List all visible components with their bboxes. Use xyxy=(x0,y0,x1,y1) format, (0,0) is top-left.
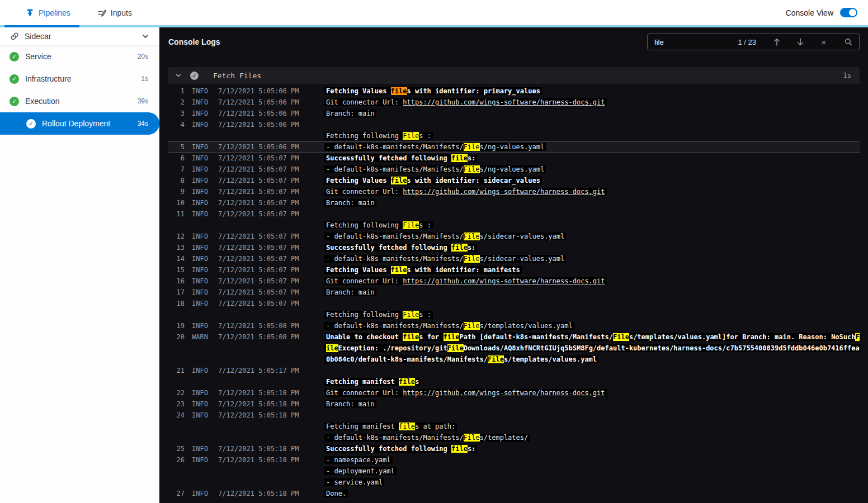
chevron-down-icon xyxy=(141,32,149,40)
log-line[interactable]: 7INFO7/12/2021 5:05:07 PM- default-k8s-m… xyxy=(168,164,860,175)
success-check-icon: ✓ xyxy=(10,97,19,106)
clear-search-icon[interactable]: × xyxy=(812,37,836,47)
log-level: INFO xyxy=(192,208,212,220)
log-line-number: 3 xyxy=(168,108,185,119)
log-message: Fetching following Files : xyxy=(326,208,860,231)
log-section-header[interactable]: ✓ Fetch Files 1s xyxy=(168,67,860,84)
search-input[interactable]: file xyxy=(654,38,738,46)
log-timestamp: 7/12/2021 5:05:07 PM xyxy=(218,253,299,264)
log-line-number: 1 xyxy=(168,86,185,97)
log-line[interactable]: 25INFO7/12/2021 5:05:18 PMSuccessfully f… xyxy=(168,443,860,454)
log-line[interactable]: 11INFO7/12/2021 5:05:07 PMFetching follo… xyxy=(168,208,860,231)
log-line[interactable]: 2INFO7/12/2021 5:05:06 PMGit connector U… xyxy=(168,97,860,108)
log-message: Git connector Url: https://github.com/wi… xyxy=(326,387,860,398)
log-line-number: 27 xyxy=(168,488,185,499)
success-check-icon: ✓ xyxy=(26,119,36,129)
log-timestamp: 7/12/2021 5:05:07 PM xyxy=(218,153,299,164)
log-line[interactable]: 15INFO7/12/2021 5:05:07 PMFetching Value… xyxy=(168,264,860,276)
log-timestamp: 7/12/2021 5:05:06 PM xyxy=(218,97,299,108)
sidebar-header[interactable]: Sidecar xyxy=(0,27,159,45)
log-timestamp: 7/12/2021 5:05:18 PM xyxy=(218,410,299,421)
log-timestamp: 7/12/2021 5:05:17 PM xyxy=(218,365,299,376)
log-line[interactable]: 10INFO7/12/2021 5:05:07 PMBranch: main xyxy=(168,197,860,208)
log-line[interactable]: 19INFO7/12/2021 5:05:08 PM- default-k8s-… xyxy=(168,320,860,331)
log-timestamp: 7/12/2021 5:05:07 PM xyxy=(218,287,299,298)
log-line[interactable]: 1INFO7/12/2021 5:05:06 PMFetching Values… xyxy=(168,86,860,97)
log-rows: 1INFO7/12/2021 5:05:06 PMFetching Values… xyxy=(168,84,860,499)
sidebar-item-execution[interactable]: ✓Execution39s xyxy=(0,90,159,112)
log-timestamp: 7/12/2021 5:05:08 PM xyxy=(218,331,299,343)
log-line-number: 14 xyxy=(168,253,185,264)
log-line[interactable]: 21INFO7/12/2021 5:05:17 PMFetching manif… xyxy=(168,365,860,387)
console-title: Console Logs xyxy=(168,34,647,50)
previous-match-icon[interactable] xyxy=(765,36,789,48)
console-header: Console Logs file 1 / 23 × xyxy=(159,27,868,67)
log-line[interactable]: 8INFO7/12/2021 5:05:07 PMFetching Values… xyxy=(168,175,860,186)
log-level: INFO xyxy=(192,264,212,276)
log-message: - namespace.yaml- deployment.yaml- servi… xyxy=(326,454,860,488)
step-duration: 39s xyxy=(138,97,148,105)
log-line[interactable]: 18INFO7/12/2021 5:05:07 PMFetching follo… xyxy=(168,298,860,320)
search-match: file xyxy=(399,378,415,386)
log-line-number: 26 xyxy=(168,454,185,466)
sidebar: Sidecar ✓Service20s✓Infrastructure1s✓Exe… xyxy=(0,27,159,503)
log-timestamp: 7/12/2021 5:05:07 PM xyxy=(218,175,299,186)
log-line[interactable]: 24INFO7/12/2021 5:05:18 PMFetching manif… xyxy=(168,410,860,443)
log-line[interactable]: 6INFO7/12/2021 5:05:07 PMSuccessfully fe… xyxy=(168,153,860,164)
tab-inputs[interactable]: Inputs xyxy=(97,8,132,17)
log-line[interactable]: 27INFO7/12/2021 5:05:18 PMDone. xyxy=(168,488,860,499)
log-level: INFO xyxy=(192,141,212,153)
log-level: INFO xyxy=(192,287,212,298)
log-line[interactable]: 13INFO7/12/2021 5:05:07 PMSuccessfully f… xyxy=(168,242,860,253)
log-line-number: 12 xyxy=(168,231,185,242)
log-line-number: 19 xyxy=(168,320,185,331)
sidebar-item-infrastructure[interactable]: ✓Infrastructure1s xyxy=(0,68,159,90)
collapse-chevron-icon[interactable] xyxy=(175,72,182,79)
log-line[interactable]: 9INFO7/12/2021 5:05:07 PMGit connector U… xyxy=(168,186,860,197)
log-line[interactable]: 3INFO7/12/2021 5:05:06 PMBranch: main xyxy=(168,108,860,119)
log-link[interactable]: https://github.com/wings-software/harnes… xyxy=(403,98,605,106)
log-timestamp: 7/12/2021 5:05:06 PM xyxy=(218,119,299,130)
log-line[interactable]: 12INFO7/12/2021 5:05:07 PM- default-k8s-… xyxy=(168,231,860,242)
log-line[interactable]: 22INFO7/12/2021 5:05:18 PMGit connector … xyxy=(168,387,860,398)
log-line-number: 5 xyxy=(168,141,185,153)
search-match: file xyxy=(444,333,460,341)
log-line[interactable]: 20WARN7/12/2021 5:05:08 PMUnable to chec… xyxy=(168,331,860,365)
log-message: Fetching Values files with identifier: m… xyxy=(326,264,860,276)
log-message: Branch: main xyxy=(326,287,860,298)
log-level: INFO xyxy=(192,119,212,130)
console-view-toggle[interactable] xyxy=(840,8,857,17)
log-line[interactable]: 26INFO7/12/2021 5:05:18 PM- namespace.ya… xyxy=(168,454,860,488)
log-message: Fetching Values files with identifier: p… xyxy=(326,86,860,97)
sidebar-item-rollout-deployment[interactable]: ✓Rollout Deployment34s xyxy=(0,112,159,135)
log-line-number: 22 xyxy=(168,387,185,398)
log-line[interactable]: 5INFO7/12/2021 5:05:06 PM- default-k8s-m… xyxy=(168,141,860,153)
log-line[interactable]: 4INFO7/12/2021 5:05:06 PMFetching follow… xyxy=(168,119,860,141)
log-level: INFO xyxy=(192,97,212,108)
log-link[interactable]: https://github.com/wings-software/harnes… xyxy=(403,389,605,397)
log-message: Fetching following Files : xyxy=(326,119,860,141)
log-line-number: 24 xyxy=(168,410,185,421)
log-timestamp: 7/12/2021 5:05:06 PM xyxy=(218,108,299,119)
search-match: File xyxy=(464,255,480,263)
top-bar: Pipelines Inputs Console View xyxy=(0,0,868,25)
search-match: file xyxy=(451,154,468,162)
search-icon[interactable] xyxy=(836,36,852,48)
search-match: file xyxy=(451,445,468,453)
next-match-icon[interactable] xyxy=(789,36,812,48)
log-timestamp: 7/12/2021 5:05:06 PM xyxy=(218,86,299,97)
log-line[interactable]: 17INFO7/12/2021 5:05:07 PMBranch: main xyxy=(168,287,860,298)
step-success-icon: ✓ xyxy=(190,72,199,80)
log-line-number: 17 xyxy=(168,287,185,298)
log-timestamp: 7/12/2021 5:05:07 PM xyxy=(218,276,299,287)
sidebar-item-service[interactable]: ✓Service20s xyxy=(0,45,159,68)
log-level: INFO xyxy=(192,298,212,309)
log-line[interactable]: 16INFO7/12/2021 5:05:07 PMGit connector … xyxy=(168,276,860,287)
log-level: INFO xyxy=(192,410,212,421)
log-link[interactable]: https://github.com/wings-software/harnes… xyxy=(403,277,605,285)
log-line[interactable]: 14INFO7/12/2021 5:05:07 PM- default-k8s-… xyxy=(168,253,860,264)
log-line[interactable]: 23INFO7/12/2021 5:05:18 PMBranch: main xyxy=(168,398,860,410)
tab-pipelines[interactable]: Pipelines xyxy=(26,8,70,17)
log-link[interactable]: https://github.com/wings-software/harnes… xyxy=(403,188,605,196)
log-search-box[interactable]: file 1 / 23 × xyxy=(647,34,860,50)
